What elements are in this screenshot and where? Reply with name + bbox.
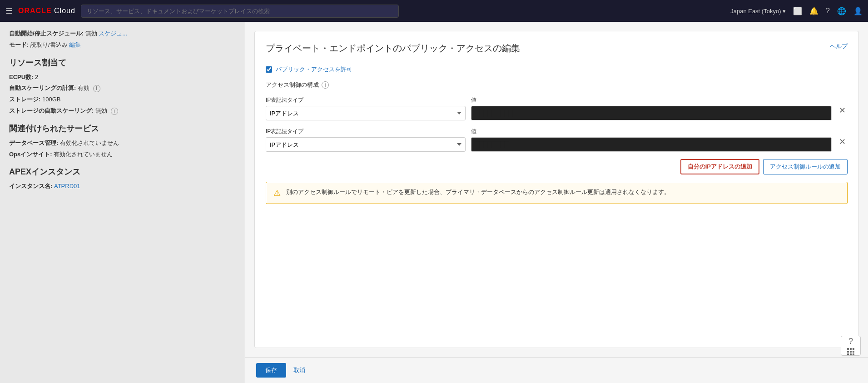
- mode-label: モード:: [9, 41, 29, 48]
- public-access-label[interactable]: パブリック・アクセスを許可: [276, 65, 352, 74]
- warning-text: 別のアクセス制御ルールでリモート・ピアを更新した場合、プライマリ・データベースか…: [286, 188, 670, 197]
- storage-auto-row: ストレージの自動スケーリング: 無効 i: [9, 106, 236, 116]
- ip-row-2: IP表記法タイプ IPアドレス CIDRブロック VCN 値 ✕: [266, 128, 848, 152]
- resource-section-title: リソース割当て: [9, 57, 236, 68]
- mode-row: モード: 読取り/書込み 編集: [9, 40, 236, 50]
- dot-4: [847, 351, 849, 353]
- dot-6: [853, 351, 854, 353]
- ops-row: Opsインサイト: 有効化されていません: [9, 150, 236, 159]
- warning-box: ⚠ 別のアクセス制御ルールでリモート・ピアを更新した場合、プライマリ・データベー…: [266, 182, 848, 204]
- main-layout: 自動開始/停止スケジュール: 無効 スケジュ... モード: 読取り/書込み 編…: [0, 22, 868, 383]
- ecpu-value: 2: [35, 74, 38, 80]
- instance-row: インスタンス名: ATPRD01: [9, 182, 236, 191]
- instance-link[interactable]: ATPRD01: [54, 183, 80, 189]
- dot-5: [850, 351, 852, 353]
- dot-9: [853, 353, 854, 355]
- sidebar: 自動開始/停止スケジュール: 無効 スケジュ... モード: 読取り/書込み 編…: [0, 22, 245, 383]
- ip-type-group-1: IP表記法タイプ IPアドレス CIDRブロック VCN: [266, 96, 466, 120]
- dot-3: [853, 348, 854, 350]
- dot-7: [847, 353, 849, 355]
- autoscale-info-icon[interactable]: i: [93, 85, 100, 92]
- region-label: Japan East (Tokyo): [730, 8, 781, 15]
- storage-auto-value: 無効: [95, 107, 107, 114]
- region-selector[interactable]: Japan East (Tokyo) ▾: [730, 8, 786, 15]
- db-mgmt-value: 有効化されていません: [60, 139, 119, 146]
- ops-label: Opsインサイト:: [9, 151, 52, 158]
- nav-globe-icon[interactable]: 🌐: [837, 7, 846, 15]
- dot-1: [847, 348, 849, 350]
- ops-value: 有効化されていません: [54, 151, 113, 158]
- ip-value-input-2[interactable]: [471, 137, 832, 152]
- ip-type-select-2[interactable]: IPアドレス CIDRブロック VCN: [266, 137, 466, 152]
- nav-help-icon[interactable]: ?: [826, 7, 830, 15]
- storage-row: ストレージ: 100GB: [9, 95, 236, 104]
- instance-label: インスタンス名:: [9, 183, 52, 189]
- autoscale-value: 有効: [78, 85, 89, 91]
- ip-value-input-1[interactable]: [471, 106, 832, 120]
- dot-8: [850, 353, 852, 355]
- float-help-dots: [847, 348, 854, 355]
- storage-value: 100GB: [42, 96, 60, 103]
- save-button[interactable]: 保存: [256, 363, 286, 378]
- ip-remove-button-2[interactable]: ✕: [837, 137, 848, 147]
- top-navigation: ☰ ORACLE Cloud Japan East (Tokyo) ▾ ⬜ 🔔 …: [0, 0, 868, 22]
- cancel-link[interactable]: 取消: [293, 366, 305, 374]
- schedule-value: 無効: [85, 30, 97, 37]
- storage-auto-info-icon[interactable]: i: [111, 108, 118, 115]
- warning-icon: ⚠: [273, 188, 281, 198]
- oracle-logo: ORACLE Cloud: [18, 7, 75, 15]
- ip-type-group-2: IP表記法タイプ IPアドレス CIDRブロック VCN: [266, 128, 466, 152]
- help-link[interactable]: ヘルプ: [830, 42, 848, 50]
- add-my-ip-button[interactable]: 自分のIPアドレスの追加: [680, 159, 759, 174]
- ip-row-1: IP表記法タイプ IPアドレス CIDRブロック VCN 値 ✕: [266, 96, 848, 120]
- global-search-input[interactable]: [81, 5, 399, 18]
- ecpu-label: ECPU数:: [9, 74, 33, 80]
- autoscale-label: 自動スケーリングの計算:: [9, 85, 76, 91]
- dot-2: [850, 348, 852, 350]
- access-control-info-icon[interactable]: i: [322, 81, 329, 89]
- ip-value-group-1: 値: [471, 96, 832, 120]
- ip-value-label-2: 値: [471, 128, 832, 135]
- mode-edit-link[interactable]: 編集: [69, 41, 81, 48]
- autoscale-row: 自動スケーリングの計算: 有効 i: [9, 84, 236, 93]
- ip-type-label-2: IP表記法タイプ: [266, 128, 466, 135]
- ip-value-label-1: 値: [471, 96, 832, 104]
- db-mgmt-row: データベース管理: 有効化されていません: [9, 139, 236, 148]
- storage-label: ストレージ:: [9, 96, 40, 103]
- content-area: プライベート・エンドポイントのパブリック・アクセスの編集 ヘルプ パブリック・ア…: [245, 22, 868, 383]
- hamburger-menu-icon[interactable]: ☰: [5, 6, 13, 16]
- access-control-text: アクセス制御の構成: [266, 81, 319, 89]
- related-section-title: 関連付けられたサービス: [9, 123, 236, 134]
- public-access-checkbox-row: パブリック・アクセスを許可: [266, 65, 848, 74]
- storage-auto-label: ストレージの自動スケーリング:: [9, 107, 94, 114]
- float-help-button[interactable]: ?: [841, 336, 861, 356]
- access-control-section-label: アクセス制御の構成 i: [266, 81, 848, 89]
- schedule-link[interactable]: スケジュ...: [99, 30, 127, 37]
- ip-value-group-2: 値: [471, 128, 832, 152]
- ip-remove-button-1[interactable]: ✕: [837, 105, 848, 115]
- db-mgmt-label: データベース管理:: [9, 139, 58, 146]
- nav-bell-icon[interactable]: 🔔: [809, 7, 818, 15]
- edit-panel: プライベート・エンドポイントのパブリック・アクセスの編集 ヘルプ パブリック・ア…: [254, 31, 859, 348]
- schedule-row: 自動開始/停止スケジュール: 無効 スケジュ...: [9, 29, 236, 39]
- add-rule-button[interactable]: アクセス制御ルールの追加: [763, 159, 848, 174]
- ip-type-select-1[interactable]: IPアドレス CIDRブロック VCN: [266, 106, 466, 120]
- panel-title: プライベート・エンドポイントのパブリック・アクセスの編集: [266, 42, 520, 55]
- nav-screen-icon[interactable]: ⬜: [793, 7, 802, 15]
- schedule-label: 自動開始/停止スケジュール:: [9, 30, 84, 37]
- float-help-icon: ?: [848, 337, 853, 346]
- ecpu-row: ECPU数: 2: [9, 73, 236, 82]
- nav-right-section: Japan East (Tokyo) ▾ ⬜ 🔔 ? 🌐 👤: [730, 7, 863, 15]
- bottom-bar: 保存 取消: [245, 357, 868, 383]
- mode-value: 読取り/書込み: [30, 41, 68, 48]
- region-caret: ▾: [783, 8, 786, 15]
- public-access-checkbox[interactable]: [266, 66, 272, 73]
- add-buttons-row: 自分のIPアドレスの追加 アクセス制御ルールの追加: [266, 159, 848, 174]
- apex-section-title: APEXインスタンス: [9, 166, 236, 177]
- nav-profile-icon[interactable]: 👤: [853, 7, 863, 15]
- ip-type-label-1: IP表記法タイプ: [266, 96, 466, 104]
- panel-header: プライベート・エンドポイントのパブリック・アクセスの編集 ヘルプ: [266, 42, 848, 55]
